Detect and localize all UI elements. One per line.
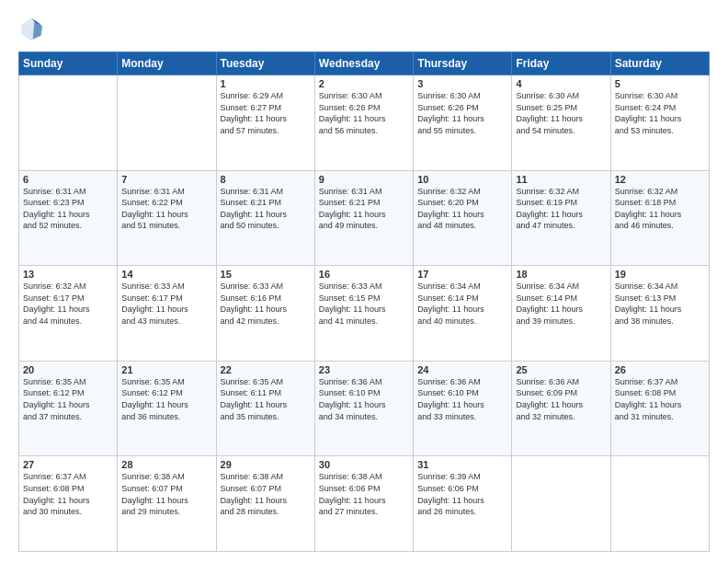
calendar-cell: 8Sunrise: 6:31 AM Sunset: 6:21 PM Daylig… bbox=[216, 170, 314, 266]
logo-icon bbox=[18, 17, 44, 42]
calendar-cell: 19Sunrise: 6:34 AM Sunset: 6:13 PM Dayli… bbox=[610, 266, 709, 362]
day-info: Sunrise: 6:30 AM Sunset: 6:25 PM Dayligh… bbox=[516, 90, 606, 136]
day-number: 21 bbox=[121, 364, 211, 375]
calendar-cell: 14Sunrise: 6:33 AM Sunset: 6:17 PM Dayli… bbox=[118, 266, 216, 362]
calendar-cell: 16Sunrise: 6:33 AM Sunset: 6:15 PM Dayli… bbox=[314, 266, 413, 362]
calendar-header-saturday: Saturday bbox=[610, 52, 709, 75]
day-number: 29 bbox=[221, 459, 311, 470]
calendar-week-row: 27Sunrise: 6:37 AM Sunset: 6:08 PM Dayli… bbox=[19, 456, 710, 552]
day-number: 8 bbox=[221, 174, 311, 185]
calendar-header-sunday: Sunday bbox=[19, 52, 118, 75]
day-number: 6 bbox=[23, 174, 113, 185]
calendar-header-thursday: Thursday bbox=[414, 52, 512, 75]
day-info: Sunrise: 6:36 AM Sunset: 6:10 PM Dayligh… bbox=[417, 376, 507, 422]
calendar-cell: 22Sunrise: 6:35 AM Sunset: 6:11 PM Dayli… bbox=[216, 361, 314, 456]
calendar-cell: 27Sunrise: 6:37 AM Sunset: 6:08 PM Dayli… bbox=[19, 456, 118, 552]
calendar-cell: 2Sunrise: 6:30 AM Sunset: 6:26 PM Daylig… bbox=[314, 75, 413, 171]
day-number: 24 bbox=[417, 364, 507, 375]
day-info: Sunrise: 6:33 AM Sunset: 6:17 PM Dayligh… bbox=[121, 281, 211, 327]
calendar-cell: 26Sunrise: 6:37 AM Sunset: 6:08 PM Dayli… bbox=[610, 361, 709, 456]
day-info: Sunrise: 6:34 AM Sunset: 6:13 PM Dayligh… bbox=[615, 281, 705, 327]
day-number: 28 bbox=[121, 459, 211, 470]
day-number: 11 bbox=[516, 174, 606, 185]
day-number: 19 bbox=[615, 269, 705, 280]
day-number: 26 bbox=[615, 364, 705, 375]
day-info: Sunrise: 6:31 AM Sunset: 6:21 PM Dayligh… bbox=[221, 186, 311, 232]
day-number: 23 bbox=[319, 364, 409, 375]
day-number: 14 bbox=[121, 269, 211, 280]
day-info: Sunrise: 6:39 AM Sunset: 6:06 PM Dayligh… bbox=[417, 471, 507, 517]
day-info: Sunrise: 6:37 AM Sunset: 6:08 PM Dayligh… bbox=[615, 376, 705, 422]
day-info: Sunrise: 6:31 AM Sunset: 6:21 PM Dayligh… bbox=[319, 186, 409, 232]
calendar-cell: 31Sunrise: 6:39 AM Sunset: 6:06 PM Dayli… bbox=[414, 456, 512, 552]
day-number: 9 bbox=[319, 174, 409, 185]
day-info: Sunrise: 6:32 AM Sunset: 6:17 PM Dayligh… bbox=[23, 281, 113, 327]
logo bbox=[18, 17, 48, 42]
calendar-cell: 28Sunrise: 6:38 AM Sunset: 6:07 PM Dayli… bbox=[118, 456, 216, 552]
day-number: 7 bbox=[121, 174, 211, 185]
calendar-cell: 11Sunrise: 6:32 AM Sunset: 6:19 PM Dayli… bbox=[512, 170, 610, 266]
day-info: Sunrise: 6:35 AM Sunset: 6:12 PM Dayligh… bbox=[121, 376, 211, 422]
day-number: 18 bbox=[516, 269, 606, 280]
page: SundayMondayTuesdayWednesdayThursdayFrid… bbox=[0, 0, 728, 563]
calendar-cell: 3Sunrise: 6:30 AM Sunset: 6:26 PM Daylig… bbox=[414, 75, 512, 171]
calendar-cell bbox=[19, 75, 118, 171]
day-info: Sunrise: 6:33 AM Sunset: 6:16 PM Dayligh… bbox=[221, 281, 311, 327]
day-number: 16 bbox=[319, 269, 409, 280]
day-number: 30 bbox=[319, 459, 409, 470]
calendar-cell: 24Sunrise: 6:36 AM Sunset: 6:10 PM Dayli… bbox=[414, 361, 512, 456]
day-info: Sunrise: 6:32 AM Sunset: 6:18 PM Dayligh… bbox=[615, 186, 705, 232]
calendar-week-row: 20Sunrise: 6:35 AM Sunset: 6:12 PM Dayli… bbox=[19, 361, 710, 456]
calendar-cell: 12Sunrise: 6:32 AM Sunset: 6:18 PM Dayli… bbox=[610, 170, 709, 266]
day-info: Sunrise: 6:35 AM Sunset: 6:12 PM Dayligh… bbox=[23, 376, 113, 422]
day-info: Sunrise: 6:29 AM Sunset: 6:27 PM Dayligh… bbox=[221, 90, 311, 136]
calendar-cell: 4Sunrise: 6:30 AM Sunset: 6:25 PM Daylig… bbox=[512, 75, 610, 171]
day-number: 22 bbox=[221, 364, 311, 375]
calendar-cell: 5Sunrise: 6:30 AM Sunset: 6:24 PM Daylig… bbox=[610, 75, 709, 171]
day-info: Sunrise: 6:32 AM Sunset: 6:19 PM Dayligh… bbox=[516, 186, 606, 232]
calendar-cell: 18Sunrise: 6:34 AM Sunset: 6:14 PM Dayli… bbox=[512, 266, 610, 362]
calendar-cell: 17Sunrise: 6:34 AM Sunset: 6:14 PM Dayli… bbox=[414, 266, 512, 362]
day-info: Sunrise: 6:30 AM Sunset: 6:26 PM Dayligh… bbox=[319, 90, 409, 136]
day-number: 31 bbox=[417, 459, 507, 470]
day-info: Sunrise: 6:31 AM Sunset: 6:23 PM Dayligh… bbox=[23, 186, 113, 232]
calendar-cell: 25Sunrise: 6:36 AM Sunset: 6:09 PM Dayli… bbox=[512, 361, 610, 456]
calendar-header-row: SundayMondayTuesdayWednesdayThursdayFrid… bbox=[19, 52, 710, 75]
day-info: Sunrise: 6:34 AM Sunset: 6:14 PM Dayligh… bbox=[516, 281, 606, 327]
calendar-cell: 13Sunrise: 6:32 AM Sunset: 6:17 PM Dayli… bbox=[19, 266, 118, 362]
calendar-table: SundayMondayTuesdayWednesdayThursdayFrid… bbox=[18, 52, 710, 552]
day-info: Sunrise: 6:30 AM Sunset: 6:24 PM Dayligh… bbox=[615, 90, 705, 136]
day-number: 17 bbox=[417, 269, 507, 280]
calendar-week-row: 13Sunrise: 6:32 AM Sunset: 6:17 PM Dayli… bbox=[19, 266, 710, 362]
day-number: 2 bbox=[319, 78, 409, 89]
calendar-cell: 6Sunrise: 6:31 AM Sunset: 6:23 PM Daylig… bbox=[19, 170, 118, 266]
calendar-cell: 15Sunrise: 6:33 AM Sunset: 6:16 PM Dayli… bbox=[216, 266, 314, 362]
calendar-cell: 29Sunrise: 6:38 AM Sunset: 6:07 PM Dayli… bbox=[216, 456, 314, 552]
day-number: 3 bbox=[417, 78, 507, 89]
calendar-cell: 30Sunrise: 6:38 AM Sunset: 6:06 PM Dayli… bbox=[314, 456, 413, 552]
calendar-header-friday: Friday bbox=[512, 52, 610, 75]
day-number: 5 bbox=[615, 78, 705, 89]
day-info: Sunrise: 6:33 AM Sunset: 6:15 PM Dayligh… bbox=[319, 281, 409, 327]
day-number: 27 bbox=[23, 459, 113, 470]
calendar-cell bbox=[118, 75, 216, 171]
day-number: 1 bbox=[221, 78, 311, 89]
day-number: 10 bbox=[417, 174, 507, 185]
day-info: Sunrise: 6:30 AM Sunset: 6:26 PM Dayligh… bbox=[417, 90, 507, 136]
calendar-cell: 20Sunrise: 6:35 AM Sunset: 6:12 PM Dayli… bbox=[19, 361, 118, 456]
calendar-week-row: 6Sunrise: 6:31 AM Sunset: 6:23 PM Daylig… bbox=[19, 170, 710, 266]
day-info: Sunrise: 6:34 AM Sunset: 6:14 PM Dayligh… bbox=[417, 281, 507, 327]
day-info: Sunrise: 6:36 AM Sunset: 6:09 PM Dayligh… bbox=[516, 376, 606, 422]
calendar-cell: 21Sunrise: 6:35 AM Sunset: 6:12 PM Dayli… bbox=[118, 361, 216, 456]
calendar-header-wednesday: Wednesday bbox=[314, 52, 413, 75]
day-number: 4 bbox=[516, 78, 606, 89]
day-info: Sunrise: 6:38 AM Sunset: 6:06 PM Dayligh… bbox=[319, 471, 409, 517]
calendar-cell: 9Sunrise: 6:31 AM Sunset: 6:21 PM Daylig… bbox=[314, 170, 413, 266]
day-info: Sunrise: 6:35 AM Sunset: 6:11 PM Dayligh… bbox=[221, 376, 311, 422]
day-info: Sunrise: 6:37 AM Sunset: 6:08 PM Dayligh… bbox=[23, 471, 113, 517]
day-info: Sunrise: 6:38 AM Sunset: 6:07 PM Dayligh… bbox=[121, 471, 211, 517]
calendar-cell: 23Sunrise: 6:36 AM Sunset: 6:10 PM Dayli… bbox=[314, 361, 413, 456]
day-number: 20 bbox=[23, 364, 113, 375]
calendar-week-row: 1Sunrise: 6:29 AM Sunset: 6:27 PM Daylig… bbox=[19, 75, 710, 171]
calendar-header-monday: Monday bbox=[118, 52, 216, 75]
